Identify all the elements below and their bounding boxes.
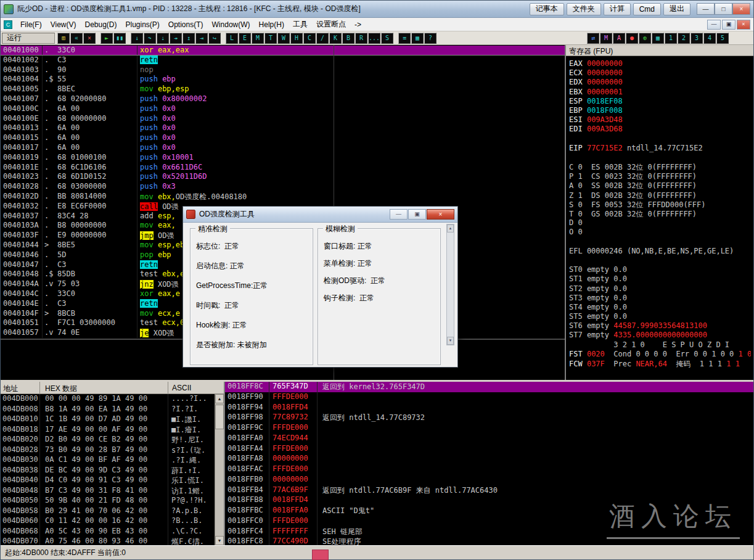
dump-row[interactable]: 004DB018 17 AE 49 00 00 AF 49 00 ■I.癐I.: [1, 425, 215, 435]
dialog-close-button[interactable]: ×: [427, 209, 454, 220]
register-line[interactable]: [569, 134, 751, 144]
stack-row[interactable]: 0018FF94 0018FFD4: [225, 403, 753, 413]
scroll-up-icon[interactable]: ▲: [447, 224, 454, 233]
toolbar-button[interactable]: ...: [368, 33, 380, 44]
toolbar-button[interactable]: 1: [665, 33, 677, 44]
stack-row[interactable]: 0018FFA4 FFFDE000: [225, 444, 753, 455]
toolbar-button[interactable]: H: [290, 33, 303, 44]
disasm-row[interactable]: 0040101E . 68 6C1D6106 push 0x6611D6C: [1, 163, 565, 173]
register-line[interactable]: 3 2 1 0 E S P U O Z D I: [569, 340, 751, 350]
toolbar-button[interactable]: ▦: [411, 33, 424, 44]
register-line[interactable]: EDI 009A3D68: [569, 125, 751, 134]
disasm-row[interactable]: 00401013 . 6A 00 push 0x0: [1, 123, 565, 133]
dump-row[interactable]: 004DB068 A0 5C 43 00 90 EB 43 00 .\C.?C.: [1, 527, 215, 537]
register-line[interactable]: FCW 037F Prec NEAR,64 掩码 1 1 1 1 1: [569, 359, 751, 368]
titlebar-button-calc[interactable]: 计算: [604, 3, 631, 15]
dialog-maximize-button[interactable]: ▣: [408, 209, 426, 220]
minimize-button[interactable]: —: [697, 3, 715, 15]
registers-pane[interactable]: 寄存器 (FPU) EAX 00000000 ECX 00000000 EDX …: [565, 45, 753, 380]
register-line[interactable]: Z 1 DS 002B 32位 0(FFFFFFFF): [569, 191, 751, 200]
toolbar-button[interactable]: ↓: [131, 33, 143, 44]
toolbar-button[interactable]: ▦: [652, 33, 664, 44]
stack-pane[interactable]: 0018FF8C 765F347D 返回到 kernel32.765F347D …: [224, 382, 753, 545]
stack-row[interactable]: 0018FFAC FFFDE000: [225, 464, 753, 475]
scrollbar-track[interactable]: [215, 403, 224, 536]
menu-item-file[interactable]: File(F): [16, 19, 46, 31]
disasm-row[interactable]: 00401019 . 68 01000100 push 0x10001: [1, 153, 565, 163]
register-line[interactable]: ST6 empty 44587.999033564813100: [569, 321, 751, 331]
toolbar-button[interactable]: K: [329, 33, 342, 44]
toolbar-button[interactable]: [221, 33, 225, 44]
menu-item-plugins[interactable]: Plugins(P): [121, 19, 164, 31]
stack-row[interactable]: 0018FF8C 765F347D 返回到 kernel32.765F347D: [225, 382, 753, 392]
disasm-row[interactable]: 00401028 . 68 03000000 push 0x3: [1, 182, 565, 192]
close-button[interactable]: ×: [732, 3, 750, 15]
register-line[interactable]: EDX 00000000: [569, 78, 751, 87]
disasm-row[interactable]: 0040100E . 68 00000000 push 0x0: [1, 114, 565, 124]
mdi-close-button[interactable]: ×: [737, 20, 750, 30]
register-line[interactable]: ST7 empty 4335.0000000000000000: [569, 331, 751, 340]
toolbar-button[interactable]: /: [316, 33, 329, 44]
toolbar-button[interactable]: ↠: [170, 33, 182, 44]
toolbar-button[interactable]: S: [381, 33, 393, 44]
dump-row[interactable]: 004DB060 C0 11 42 00 00 16 42 00 ?B...B.: [1, 516, 215, 527]
mdi-restore-button[interactable]: ▣: [722, 20, 736, 30]
dump-row[interactable]: 004DB058 B0 29 41 00 70 06 42 00 ?A.p.B.: [1, 506, 215, 517]
toolbar-button[interactable]: ⊞: [57, 33, 70, 44]
toolbar-button[interactable]: T: [264, 33, 277, 44]
disasm-row[interactable]: 00401015 . 6A 00 push 0x0: [1, 133, 565, 143]
titlebar[interactable]: 阮少OD - 进程 : OD强度检测工具1.vmp - PID : 13228 …: [1, 1, 753, 18]
disasm-row[interactable]: 00401004 .$ 55 push ebp: [1, 75, 565, 84]
mdi-minimize-button[interactable]: —: [707, 20, 721, 30]
dump-row[interactable]: 004DB028 73 B0 49 00 28 B7 49 00 s?I.(琁.: [1, 445, 215, 456]
toolbar-button[interactable]: 2: [678, 33, 690, 44]
toolbar-button[interactable]: 4: [703, 33, 716, 44]
register-line[interactable]: T 0 GS 002B 32位 0(FFFFFFFF): [569, 209, 751, 218]
register-line[interactable]: EIP 77C715E2 ntdll_14.77C715E2: [569, 144, 751, 153]
menu-item-window[interactable]: Window(W): [208, 19, 255, 31]
dump-row[interactable]: 004DB070 A0 75 46 00 80 93 46 00 爑F.€擣.: [1, 537, 215, 545]
dialog-scrollbar[interactable]: ▲ ▼: [446, 224, 454, 345]
dump-row[interactable]: 004DB050 50 9B 40 00 21 FD 48 00 P?@.!?H…: [1, 496, 215, 506]
scroll-down-icon[interactable]: ▼: [215, 536, 224, 545]
register-line[interactable]: ST2 empty 0.0: [569, 284, 751, 294]
detection-dialog[interactable]: OD强度检测工具 — ▣ × 精准检测 标志位: 正常 启动信息: 正常 Get…: [182, 206, 458, 368]
register-line[interactable]: FST 0020 Cond 0 0 0 0 Err 0 0 1 0 0 1 0: [569, 350, 751, 359]
menu-item-debug[interactable]: Debug(D): [80, 19, 121, 31]
toolbar-button[interactable]: ≡: [398, 33, 411, 44]
dialog-titlebar[interactable]: OD强度检测工具 — ▣ ×: [183, 207, 457, 223]
titlebar-button-exit[interactable]: 退出: [663, 3, 690, 15]
toolbar-button[interactable]: ►: [100, 33, 113, 44]
scroll-down-icon[interactable]: ▼: [447, 337, 454, 345]
dump-row[interactable]: 004DB010 1C 1B 49 00 D7 AD 49 00 ■I.譏I.: [1, 414, 215, 425]
toolbar-button[interactable]: ●: [626, 33, 638, 44]
register-line[interactable]: ESI 009A3D48: [569, 115, 751, 125]
toolbar-button[interactable]: ↥: [182, 33, 195, 44]
stack-row[interactable]: 0018FFB4 77AC6B9F 返回到 ntdll.77AC6B9F 来自 …: [225, 485, 753, 496]
register-line[interactable]: D 0: [569, 218, 751, 228]
menu-item-options[interactable]: Options(T): [164, 19, 208, 31]
disasm-row[interactable]: 00401007 . 68 02000080 push 0x80000002: [1, 94, 565, 104]
menu-item-tools[interactable]: 工具: [289, 17, 312, 31]
stack-row[interactable]: 0018FF9C FFFDE000: [225, 423, 753, 434]
titlebar-button-cmd[interactable]: Cmd: [633, 3, 661, 15]
menu-item-set-breakpoint[interactable]: 设置断点: [312, 17, 350, 31]
register-line[interactable]: ST4 empty 0.0: [569, 303, 751, 312]
toolbar-button[interactable]: L: [226, 33, 238, 44]
dump-row[interactable]: 004DB008 B8 1A 49 00 EA 1A 49 00 ?I.?I.: [1, 405, 215, 415]
toolbar-button[interactable]: 3: [690, 33, 703, 44]
titlebar-button-folder[interactable]: 文件夹: [567, 3, 601, 15]
dump-scrollbar[interactable]: ▲ ▼: [215, 394, 224, 545]
toolbar-button[interactable]: A: [613, 33, 625, 44]
titlebar-button-notepad[interactable]: 记事本: [530, 3, 564, 15]
menu-item-view[interactable]: View(V): [46, 19, 81, 31]
register-line[interactable]: ECX 00000000: [569, 68, 751, 78]
register-line[interactable]: [569, 256, 751, 265]
toolbar-button[interactable]: [126, 33, 130, 44]
dump-row[interactable]: 004DB030 0A C1 49 00 BF AF 49 00 .?I.縄.: [1, 455, 215, 466]
register-line[interactable]: ST1 empty 0.0: [569, 274, 751, 284]
dump-header-ascii[interactable]: ASCII: [168, 382, 224, 393]
dump-row[interactable]: 004DB040 D4 C0 49 00 91 C3 49 00 乐I.慌I.: [1, 476, 215, 486]
toolbar-button[interactable]: R: [355, 33, 367, 44]
dump-header-address[interactable]: 地址: [1, 382, 40, 393]
